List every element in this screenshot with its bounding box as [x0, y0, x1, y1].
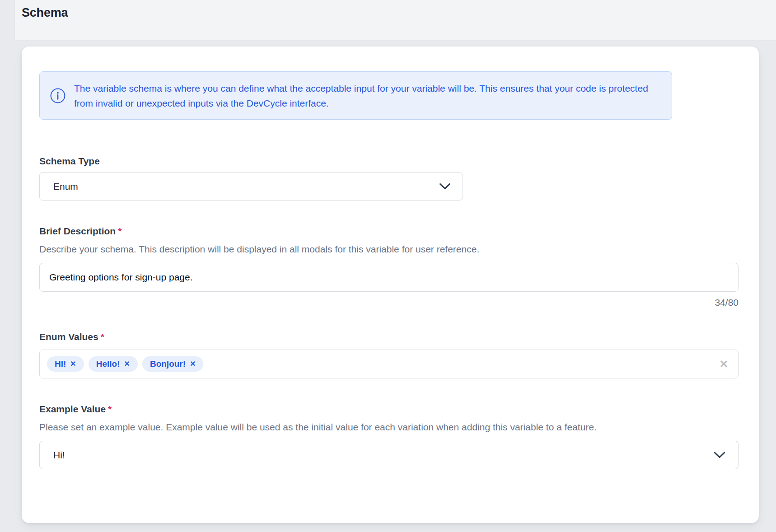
page-header: Schema: [15, 0, 776, 40]
tag-remove-icon[interactable]: ✕: [70, 360, 76, 368]
brief-description-label: Brief Description*: [39, 226, 739, 237]
schema-type-label: Schema Type: [39, 156, 739, 167]
example-value-label: Example Value*: [39, 404, 739, 415]
info-banner: The variable schema is where you can def…: [39, 71, 672, 120]
info-banner-text: The variable schema is where you can def…: [74, 81, 658, 111]
chevron-down-icon: [714, 452, 725, 458]
tag-remove-icon[interactable]: ✕: [190, 360, 196, 368]
schema-type-value: Enum: [53, 181, 78, 192]
required-asterisk: *: [101, 331, 104, 342]
required-asterisk: *: [118, 226, 122, 236]
brief-description-helper: Describe your schema. This description w…: [39, 244, 739, 255]
info-icon: [50, 88, 65, 103]
enum-values-input[interactable]: Hi! ✕ Hello! ✕ Bonjour! ✕ ✕: [39, 350, 739, 378]
schema-type-field: Schema Type Enum: [39, 156, 739, 201]
example-value-selected: Hi!: [53, 450, 65, 461]
brief-description-field: Brief Description* Describe your schema.…: [39, 226, 739, 308]
schema-type-select[interactable]: Enum: [39, 172, 463, 201]
enum-tag-label: Hello!: [96, 359, 120, 369]
required-asterisk: *: [108, 404, 112, 414]
enum-tag-label: Hi!: [55, 359, 66, 369]
page-title: Schema: [22, 6, 776, 20]
enum-tag: Hello! ✕: [89, 356, 138, 372]
brief-description-input[interactable]: [39, 263, 739, 292]
enum-tag-label: Bonjour!: [150, 359, 186, 369]
example-value-select[interactable]: Hi!: [39, 441, 739, 469]
clear-all-icon[interactable]: ✕: [720, 359, 728, 369]
chevron-down-icon: [439, 183, 451, 190]
enum-tag: Hi! ✕: [47, 356, 84, 372]
char-counter: 34/80: [39, 297, 739, 308]
tag-remove-icon[interactable]: ✕: [124, 360, 130, 368]
example-value-helper: Please set an example value. Example val…: [39, 422, 739, 433]
schema-card: The variable schema is where you can def…: [22, 47, 759, 523]
enum-values-field: Enum Values* Hi! ✕ Hello! ✕ Bonjour! ✕ ✕: [39, 331, 739, 378]
enum-tag: Bonjour! ✕: [142, 356, 204, 372]
example-value-field: Example Value* Please set an example val…: [39, 404, 739, 469]
enum-values-label: Enum Values*: [39, 331, 739, 342]
